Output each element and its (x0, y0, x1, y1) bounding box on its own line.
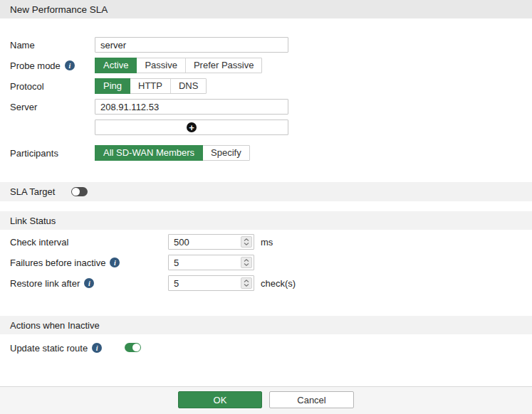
server-input[interactable] (95, 99, 288, 115)
new-performance-sla-dialog: New Performance SLA Name Probe mode i Ac… (0, 0, 532, 414)
restore-link-after-stepper[interactable] (241, 277, 252, 289)
link-status-section-label: Link Status (10, 216, 56, 226)
dialog-title: New Performance SLA (10, 4, 108, 15)
add-icon: + (187, 122, 197, 132)
restore-link-after-field (168, 275, 254, 291)
protocol-segmented-control: Ping HTTP DNS (95, 78, 207, 94)
sla-target-toggle[interactable] (71, 187, 88, 196)
ok-button[interactable]: OK (178, 391, 262, 408)
server-label: Server (10, 99, 37, 115)
participants-label: Participants (10, 145, 58, 161)
actions-when-inactive-section: Actions when Inactive (0, 316, 532, 334)
probe-mode-segmented-control: Active Passive Prefer Passive (95, 58, 262, 73)
info-icon[interactable]: i (110, 258, 120, 267)
spinner-arrows-icon (244, 238, 249, 245)
check-interval-stepper[interactable] (241, 236, 252, 248)
update-static-route-toggle[interactable] (125, 343, 141, 352)
sla-target-label: SLA Target (10, 186, 55, 197)
info-icon[interactable]: i (84, 278, 94, 288)
dialog-title-bar: New Performance SLA (0, 0, 532, 18)
name-label: Name (10, 37, 35, 53)
protocol-option-ping[interactable]: Ping (95, 79, 130, 93)
probe-mode-option-active[interactable]: Active (95, 58, 136, 73)
dialog-footer: OK Cancel (0, 386, 532, 414)
probe-mode-option-prefer-passive[interactable]: Prefer Passive (185, 58, 262, 73)
failures-before-inactive-stepper[interactable] (241, 257, 252, 268)
protocol-option-dns[interactable]: DNS (170, 79, 206, 93)
info-icon[interactable]: i (65, 60, 75, 70)
probe-mode-label: Probe mode i (10, 58, 75, 73)
failures-before-inactive-label: Failures before inactive i (10, 255, 120, 270)
protocol-label: Protocol (10, 78, 44, 94)
participants-option-specify[interactable]: Specify (202, 146, 249, 160)
link-status-section: Link Status (0, 211, 532, 230)
toggle-knob (72, 188, 80, 196)
restore-link-after-unit: check(s) (261, 275, 296, 291)
add-server-button[interactable]: + (95, 120, 288, 135)
probe-mode-option-passive[interactable]: Passive (136, 58, 185, 73)
toggle-knob (132, 344, 140, 351)
spinner-arrows-icon (244, 280, 249, 287)
check-interval-label: Check interval (10, 234, 68, 250)
failures-before-inactive-field (168, 255, 254, 270)
spinner-arrows-icon (244, 259, 249, 266)
protocol-option-http[interactable]: HTTP (130, 79, 170, 93)
check-interval-unit: ms (261, 234, 273, 250)
participants-segmented-control: All SD-WAN Members Specify (95, 145, 250, 161)
actions-when-inactive-section-label: Actions when Inactive (10, 320, 100, 331)
update-static-route-label: Update static route i (10, 340, 102, 356)
cancel-button[interactable]: Cancel (269, 391, 354, 408)
info-icon[interactable]: i (92, 343, 102, 353)
check-interval-field (168, 234, 254, 250)
restore-link-after-label: Restore link after i (10, 275, 94, 291)
name-input[interactable] (95, 37, 288, 53)
participants-option-all-sdwan-members[interactable]: All SD-WAN Members (95, 146, 202, 160)
